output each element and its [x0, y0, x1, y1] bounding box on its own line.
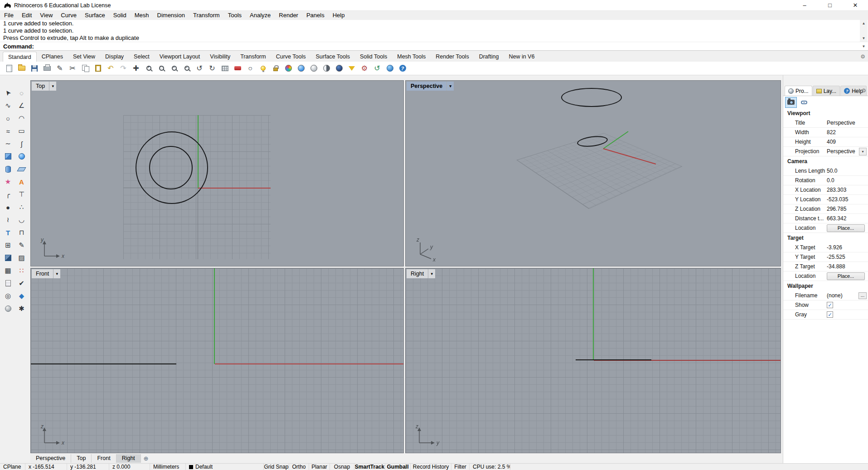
tool-cylinder-icon[interactable] — [2, 163, 14, 175]
help-icon[interactable]: ? — [396, 62, 409, 75]
toolbar-tab-drafting[interactable]: Drafting — [474, 52, 504, 62]
viewport-right-menu-icon[interactable]: ▾ — [428, 269, 435, 278]
add-viewport-icon[interactable]: ⊕ — [141, 455, 151, 462]
circles-edge-curve[interactable] — [31, 363, 176, 364]
command-history[interactable]: 1 curve added to selection. 1 curve adde… — [0, 20, 868, 42]
filename-browse-button[interactable]: ... — [858, 292, 867, 299]
viewport-top-menu-icon[interactable]: ▾ — [49, 82, 56, 91]
toggle-planar[interactable]: Planar — [309, 464, 330, 470]
viewport-properties-button[interactable] — [785, 97, 797, 108]
tool-point-icon[interactable]: ● — [2, 201, 14, 213]
tool-polyline-icon[interactable]: ∠ — [15, 100, 28, 111]
copy-icon[interactable] — [79, 62, 92, 75]
toggle-smarttrack[interactable]: SmartTrack — [354, 464, 385, 470]
menu-mesh[interactable]: Mesh — [131, 11, 153, 20]
tool-plane-icon[interactable] — [15, 163, 28, 175]
toolbar-tab-visibility[interactable]: Visibility — [205, 52, 235, 62]
x-target-value[interactable]: -3.926 — [827, 244, 868, 251]
shaded-display-icon[interactable] — [295, 62, 307, 75]
rendered-display-icon[interactable] — [333, 62, 345, 75]
tool-clamp-icon[interactable]: ⊓ — [15, 227, 28, 238]
tool-points-icon[interactable]: ∴ — [15, 201, 28, 213]
viewport-tab-perspective[interactable]: Perspective — [30, 454, 71, 463]
viewport-front-menu-icon[interactable]: ▾ — [53, 269, 60, 278]
toolbar-tab-transform[interactable]: Transform — [235, 52, 271, 62]
viewport-perspective-menu-icon[interactable]: ▾ — [446, 82, 454, 91]
show-checkbox[interactable]: ✓ — [827, 302, 833, 308]
y-location-value[interactable]: -523.035 — [827, 196, 868, 203]
menu-help[interactable]: Help — [329, 11, 349, 20]
z-location-value[interactable]: 296.785 — [827, 206, 868, 212]
tool-select-icon[interactable]: ➤ — [2, 87, 14, 99]
lens-length-value[interactable]: 50.0 — [827, 168, 868, 174]
viewport-right[interactable]: z y Right ▾ — [405, 268, 781, 453]
menu-surface[interactable]: Surface — [81, 11, 109, 20]
toolbar-tab-surface-tools[interactable]: Surface Tools — [310, 52, 355, 62]
tool-paint-icon[interactable]: ◆ — [15, 290, 28, 302]
toolbar-tab-select[interactable]: Select — [129, 52, 155, 62]
toolbar-tab-cplanes[interactable]: CPlanes — [37, 52, 68, 62]
toolbar-tab-render-tools[interactable]: Render Tools — [431, 52, 474, 62]
save-icon[interactable] — [28, 62, 41, 75]
history-icon[interactable]: ↺ — [371, 62, 383, 75]
projection-dropdown-icon[interactable]: ▾ — [859, 148, 867, 155]
tool-arc-icon[interactable]: ◠ — [15, 112, 28, 124]
tool-spray-icon[interactable]: ✱ — [15, 303, 28, 315]
toggle-osnap[interactable]: Osnap — [330, 464, 354, 470]
tool-hatch-icon[interactable]: ▨ — [15, 252, 28, 264]
menu-curve[interactable]: Curve — [57, 11, 81, 20]
command-input[interactable] — [34, 42, 860, 51]
named-views-icon[interactable] — [218, 62, 231, 75]
menu-render[interactable]: Render — [275, 11, 302, 20]
inner-circle-curve[interactable] — [149, 146, 193, 189]
cplane-button[interactable]: CPlane — [0, 464, 25, 470]
tool-array-icon[interactable]: ⊞ — [2, 239, 14, 251]
viewport-title-front[interactable]: Front — [32, 269, 53, 278]
tool-box-icon[interactable] — [2, 150, 14, 162]
minimize-icon[interactable]: – — [792, 0, 817, 10]
undo-icon[interactable]: ↶ — [104, 62, 117, 75]
toolbar-tab-set-view[interactable]: Set View — [68, 52, 100, 62]
zoom-extents-icon[interactable]: − — [168, 62, 180, 75]
toolbar-tab-standard[interactable]: Standard — [3, 52, 37, 62]
viewport-title-perspective[interactable]: Perspective — [407, 82, 446, 91]
z-target-value[interactable]: -34.888 — [827, 263, 868, 270]
options-gear-icon[interactable]: ⚙ — [358, 62, 371, 75]
print-icon[interactable] — [41, 62, 53, 75]
cut-icon[interactable]: ✂ — [66, 62, 79, 75]
close-icon[interactable]: ✕ — [843, 0, 868, 10]
xray-display-icon[interactable] — [320, 62, 333, 75]
menu-panels[interactable]: Panels — [302, 11, 329, 20]
panel-tab-properties[interactable]: Pro... — [785, 86, 812, 96]
toggle-grid-snap[interactable]: Grid Snap — [264, 464, 289, 470]
toolbar-tab-curve-tools[interactable]: Curve Tools — [271, 52, 311, 62]
menu-analyze[interactable]: Analyze — [246, 11, 275, 20]
tool-point-cloud-icon[interactable]: ∷ — [15, 265, 28, 276]
toggle-filter[interactable]: Filter — [451, 464, 470, 470]
viewport-tab-front[interactable]: Front — [92, 454, 116, 463]
rotate-view-icon[interactable]: ↻ — [206, 62, 218, 75]
viewport-perspective[interactable]: z y x Perspective ▾ — [405, 80, 781, 266]
y-target-value[interactable]: -25.525 — [827, 254, 868, 260]
tool-gumball-icon[interactable]: ◎ — [2, 290, 14, 302]
scroll-down-icon[interactable]: ▼ — [860, 35, 868, 42]
tool-helix-icon[interactable]: ∫ — [15, 138, 28, 150]
tool-rectangle-icon[interactable]: ▭ — [15, 125, 28, 137]
ghosted-display-icon[interactable] — [307, 62, 320, 75]
viewport-top[interactable]: y x Top ▾ — [30, 80, 404, 266]
tool-text-icon[interactable]: T — [2, 227, 14, 238]
x-location-value[interactable]: 283.303 — [827, 187, 868, 193]
floating-circle-curve[interactable] — [561, 88, 622, 107]
open-file-icon[interactable] — [15, 62, 28, 75]
tool-surface-star-icon[interactable]: ★ — [2, 176, 14, 188]
undo-view-icon[interactable]: ↺ — [193, 62, 206, 75]
menu-edit[interactable]: Edit — [18, 11, 36, 20]
menu-tools[interactable]: Tools — [224, 11, 246, 20]
toggle-gumball[interactable]: Gumball — [385, 464, 411, 470]
toolbar-tab-solid-tools[interactable]: Solid Tools — [355, 52, 392, 62]
restore-icon[interactable]: □ — [817, 0, 843, 10]
menu-solid[interactable]: Solid — [109, 11, 131, 20]
units-button[interactable]: Millimeters — [150, 464, 186, 470]
viewport-title-right[interactable]: Right — [407, 269, 428, 278]
title-value[interactable]: Perspective — [827, 120, 868, 126]
